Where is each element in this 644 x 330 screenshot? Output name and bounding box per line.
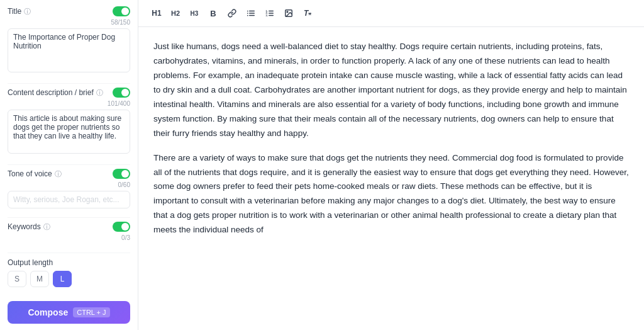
- keywords-section: Keywords ⓘ 0/3: [8, 222, 130, 244]
- divider-4: [8, 253, 130, 253]
- content-description-section: Content description / brief ⓘ 101/400: [8, 88, 130, 156]
- output-length-buttons: S M L: [8, 271, 130, 287]
- title-label: Title ⓘ: [8, 7, 31, 16]
- compose-button[interactable]: Compose CTRL + J: [8, 301, 130, 324]
- editor-content[interactable]: Just like humans, dogs need a well-balan…: [138, 27, 644, 330]
- title-char-count: 58/150: [8, 19, 130, 26]
- toolbar-link-button[interactable]: [224, 5, 240, 21]
- divider-3: [8, 217, 130, 218]
- tone-label-row: Tone of voice ⓘ: [8, 169, 130, 179]
- content-char-count: 101/400: [8, 100, 130, 107]
- divider-1: [8, 83, 130, 84]
- title-label-row: Title ⓘ: [8, 6, 130, 16]
- toolbar-image-button[interactable]: [280, 5, 297, 21]
- keywords-char-count: 0/3: [8, 234, 130, 241]
- right-panel: H1 H2 H3 B 1.2.3. Tx Just like humans, d…: [138, 0, 644, 330]
- keywords-label-row: Keywords ⓘ: [8, 222, 130, 232]
- keywords-toggle[interactable]: [113, 222, 130, 232]
- tone-section: Tone of voice ⓘ 0/60: [8, 169, 130, 208]
- toolbar-bold-button[interactable]: B: [205, 5, 221, 21]
- tone-toggle[interactable]: [113, 169, 130, 179]
- svg-text:3.: 3.: [266, 14, 268, 17]
- title-section: Title ⓘ 58/150: [8, 6, 130, 74]
- compose-shortcut: CTRL + J: [73, 307, 109, 317]
- tone-input[interactable]: [8, 191, 130, 208]
- output-btn-l[interactable]: L: [53, 271, 72, 287]
- content-description-input[interactable]: [8, 110, 130, 154]
- output-btn-m[interactable]: M: [30, 271, 49, 287]
- paragraph-2: There are a variety of ways to make sure…: [153, 151, 629, 238]
- toolbar-clear-format-button[interactable]: Tx: [299, 5, 316, 21]
- toolbar-ordered-list-button[interactable]: 1.2.3.: [262, 5, 278, 21]
- svg-point-3: [247, 11, 248, 12]
- content-info-icon: ⓘ: [96, 88, 103, 98]
- content-toggle[interactable]: [113, 88, 130, 98]
- tone-char-count: 0/60: [8, 181, 130, 188]
- divider-2: [8, 164, 130, 165]
- svg-point-4: [247, 13, 248, 14]
- paragraph-1: Just like humans, dogs need a well-balan…: [153, 40, 629, 141]
- svg-point-5: [247, 15, 248, 16]
- left-panel: Title ⓘ 58/150 Content description / bri…: [0, 0, 138, 330]
- toolbar-h1-button[interactable]: H1: [148, 5, 165, 21]
- output-length-section: Output length S M L: [8, 258, 130, 300]
- toolbar-h3-button[interactable]: H3: [186, 5, 203, 21]
- toolbar-h2-button[interactable]: H2: [167, 5, 184, 21]
- toolbar-bullet-list-button[interactable]: [243, 5, 259, 21]
- title-toggle[interactable]: [113, 6, 130, 16]
- keywords-info-icon: ⓘ: [43, 222, 50, 232]
- keywords-label: Keywords ⓘ: [8, 222, 50, 232]
- output-length-label: Output length: [8, 258, 130, 267]
- title-info-icon: ⓘ: [24, 7, 31, 16]
- title-input[interactable]: [8, 28, 130, 72]
- compose-label: Compose: [28, 307, 68, 317]
- content-label-row: Content description / brief ⓘ: [8, 88, 130, 98]
- output-btn-s[interactable]: S: [8, 271, 26, 287]
- tone-info-icon: ⓘ: [55, 169, 62, 179]
- svg-point-13: [287, 11, 288, 13]
- content-label: Content description / brief ⓘ: [8, 88, 103, 98]
- tone-label: Tone of voice ⓘ: [8, 169, 62, 179]
- editor-toolbar: H1 H2 H3 B 1.2.3. Tx: [138, 0, 644, 27]
